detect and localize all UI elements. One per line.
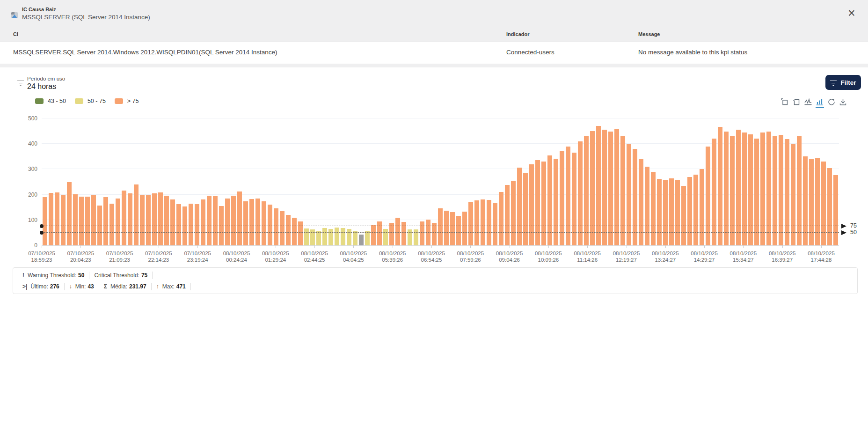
bar[interactable] — [602, 130, 607, 245]
zoom-reset-icon[interactable] — [792, 98, 801, 107]
bar[interactable] — [140, 195, 145, 245]
period-selector[interactable]: 24 horas — [27, 82, 56, 91]
bar[interactable] — [560, 151, 564, 245]
bar[interactable] — [371, 225, 376, 245]
bar[interactable] — [146, 195, 151, 245]
bar[interactable] — [91, 195, 96, 245]
bar[interactable] — [304, 228, 309, 245]
bar[interactable] — [103, 197, 108, 245]
bar[interactable] — [341, 228, 345, 245]
bar[interactable] — [328, 229, 333, 245]
bar[interactable] — [468, 202, 473, 245]
bar[interactable] — [827, 168, 832, 245]
bar[interactable] — [201, 199, 205, 245]
bar[interactable] — [578, 141, 583, 245]
bar[interactable] — [614, 129, 619, 245]
bar[interactable] — [821, 162, 826, 245]
bar[interactable] — [353, 231, 357, 245]
legend-item-3[interactable]: > 75 — [115, 98, 139, 104]
bar[interactable] — [499, 192, 503, 245]
bar[interactable] — [608, 132, 613, 245]
bar[interactable] — [718, 127, 722, 245]
bar[interactable] — [584, 136, 589, 245]
bar[interactable] — [785, 139, 789, 245]
bar[interactable] — [255, 199, 260, 245]
bar[interactable] — [189, 204, 193, 245]
bar[interactable] — [706, 147, 710, 245]
bar[interactable] — [347, 229, 351, 245]
bar[interactable] — [572, 153, 576, 245]
bar[interactable] — [243, 201, 248, 245]
bar[interactable] — [754, 139, 759, 245]
bar[interactable] — [237, 191, 242, 245]
bar[interactable] — [596, 126, 601, 245]
bar[interactable] — [450, 212, 455, 245]
bar[interactable] — [359, 235, 364, 245]
bar[interactable] — [262, 201, 266, 245]
bar[interactable] — [590, 131, 595, 245]
bar[interactable] — [651, 172, 656, 245]
bar[interactable] — [779, 135, 783, 245]
bar[interactable] — [633, 149, 637, 245]
bar[interactable] — [748, 134, 753, 245]
line-chart-icon[interactable] — [804, 98, 812, 107]
bar[interactable] — [420, 221, 424, 245]
bar[interactable] — [280, 211, 284, 245]
bar[interactable] — [620, 136, 625, 245]
bar[interactable] — [724, 132, 729, 245]
threshold-line-75[interactable]: 75 — [42, 226, 839, 226]
threshold-handle-icon[interactable] — [40, 231, 44, 235]
bar[interactable] — [377, 221, 382, 245]
bar[interactable] — [663, 180, 668, 245]
bar[interactable] — [207, 196, 212, 245]
bar[interactable] — [286, 215, 291, 245]
bar[interactable] — [43, 197, 47, 245]
bar[interactable] — [675, 180, 680, 245]
bar[interactable] — [693, 175, 698, 245]
bar[interactable] — [669, 178, 674, 245]
bar[interactable] — [134, 184, 139, 245]
bar[interactable] — [67, 182, 72, 246]
bar[interactable] — [481, 199, 485, 245]
zoom-select-icon[interactable] — [780, 98, 789, 107]
bar[interactable] — [55, 192, 59, 245]
bar[interactable] — [122, 191, 126, 245]
bar[interactable] — [487, 200, 491, 245]
bar[interactable] — [791, 144, 795, 245]
bar[interactable] — [365, 231, 370, 245]
bar[interactable] — [164, 196, 169, 245]
bar[interactable] — [79, 197, 84, 245]
bar[interactable] — [128, 193, 132, 245]
bar[interactable] — [335, 228, 339, 245]
bar[interactable] — [61, 195, 66, 245]
bar[interactable] — [274, 208, 278, 245]
bar[interactable] — [268, 205, 272, 245]
bar[interactable] — [438, 208, 443, 245]
bar[interactable] — [566, 147, 570, 245]
bar[interactable] — [833, 175, 838, 245]
bar[interactable] — [730, 136, 735, 245]
bar[interactable] — [316, 231, 321, 245]
bar[interactable] — [225, 199, 230, 245]
bar[interactable] — [116, 199, 120, 245]
bar[interactable] — [493, 203, 497, 245]
bar[interactable] — [195, 204, 199, 245]
bar[interactable] — [322, 228, 327, 245]
bar[interactable] — [474, 200, 479, 245]
bar[interactable] — [213, 196, 218, 245]
bar[interactable] — [511, 181, 516, 245]
bar[interactable] — [517, 168, 522, 245]
bar[interactable] — [456, 216, 461, 245]
bar[interactable] — [383, 229, 388, 245]
bar[interactable] — [529, 164, 534, 245]
bar[interactable] — [432, 223, 437, 245]
bar[interactable] — [462, 212, 467, 245]
bar[interactable] — [797, 136, 802, 245]
bar[interactable] — [700, 169, 704, 245]
bar[interactable] — [444, 211, 449, 245]
bar[interactable] — [152, 193, 157, 245]
bar[interactable] — [760, 133, 765, 245]
bar[interactable] — [681, 186, 686, 245]
bar[interactable] — [541, 162, 546, 245]
bar[interactable] — [292, 218, 297, 245]
